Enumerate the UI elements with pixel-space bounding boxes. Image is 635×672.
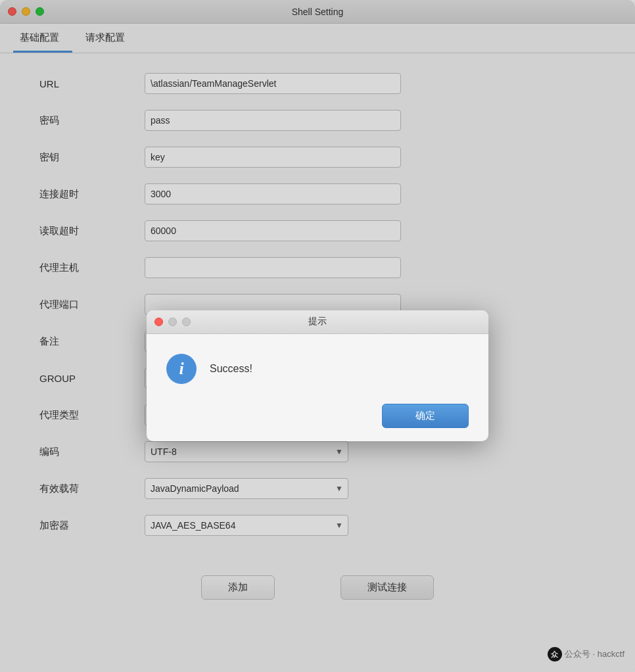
main-window: Shell Setting 基础配置 请求配置 URL 密码 密钥 连接超时 (0, 0, 635, 672)
info-icon: i (166, 354, 197, 384)
modal-body: i Success! (147, 334, 488, 397)
modal-traffic-lights (154, 318, 191, 326)
modal-title: 提示 (308, 316, 327, 327)
modal-overlay: 提示 i Success! 确定 (0, 0, 635, 672)
modal-footer: 确定 (147, 397, 488, 441)
modal-minimize-button (168, 318, 177, 326)
modal-maximize-button (182, 318, 191, 326)
modal-title-bar: 提示 (147, 310, 488, 334)
modal-dialog: 提示 i Success! 确定 (147, 310, 488, 441)
modal-confirm-button[interactable]: 确定 (382, 404, 469, 428)
modal-close-button[interactable] (154, 318, 163, 326)
modal-message: Success! (210, 363, 252, 375)
